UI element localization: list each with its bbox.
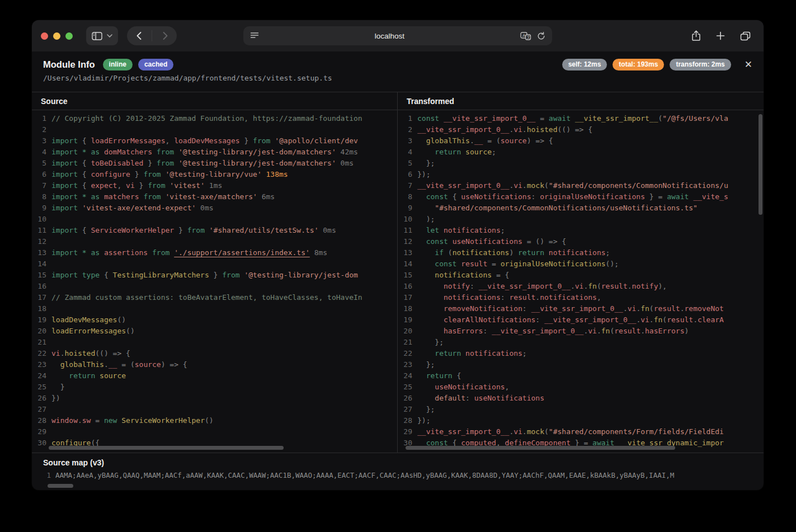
page-title: Module Info [43, 59, 95, 70]
sidebar-icon [92, 32, 102, 40]
code-line: 19 clearAllNotifications: __vite_ssr_imp… [398, 314, 764, 326]
cached-badge: cached [138, 59, 173, 70]
code-line: 18 [32, 303, 397, 314]
total-time-badge: total: 193ms [613, 59, 664, 70]
code-line: 22 return notifications; [398, 348, 764, 359]
toolbar-right-buttons [686, 26, 755, 45]
code-line: 26 default: useNotifications [398, 393, 764, 404]
code-panes: Source 1// Copyright (C) 2012-2025 Zamma… [32, 92, 764, 453]
code-line: 8import * as matchers from 'vitest-axe/m… [32, 191, 397, 203]
share-icon [691, 30, 701, 41]
code-line: 4import * as domMatchers from '@testing-… [32, 147, 397, 158]
code-line: 29__vite_ssr_import_0__.vi.mock("#shared… [398, 426, 764, 437]
code-line: 7__vite_ssr_import_0__.vi.mock("#shared/… [398, 180, 764, 191]
traffic-lights [41, 32, 73, 40]
code-line: 20 hasErrors: __vite_ssr_import_0__.vi.f… [398, 326, 764, 337]
sourcemap-section: Source map (v3) 1AAMA;AAeA,yBAAG,QAAQ,MA… [32, 453, 764, 489]
code-line: 17// Zammad custom assertions: toBeAvata… [32, 292, 397, 303]
forward-icon [163, 32, 168, 40]
navigation-buttons [127, 26, 177, 45]
code-line: 23 globalThis.__ = (source) => { [32, 359, 397, 370]
code-line: 25 } [32, 382, 397, 393]
code-line: 16 notify: __vite_ssr_import_0__.vi.fn(r… [398, 281, 764, 292]
share-button[interactable] [686, 26, 705, 45]
code-line: 25 useNotifications, [398, 382, 764, 393]
browser-toolbar: localhost A 文 [32, 20, 764, 51]
code-line: 12 const useNotifications = () => { [398, 236, 764, 247]
code-line: 6}); [398, 169, 764, 180]
code-line: 21 }; [398, 337, 764, 348]
transformed-vertical-scrollbar[interactable] [759, 114, 762, 215]
forward-button[interactable] [157, 27, 173, 44]
code-line: 16 [32, 281, 397, 292]
tab-overview-icon [740, 31, 751, 41]
code-line: 24 return { [398, 370, 764, 382]
address-bar[interactable]: localhost A 文 [243, 26, 552, 45]
code-line: 10 [32, 214, 397, 225]
code-line: 23 }; [398, 359, 764, 370]
code-line: 17 notifications: result.notifications, [398, 292, 764, 303]
code-line: 21 [32, 337, 397, 348]
new-tab-icon [716, 31, 725, 40]
chevron-down-icon [107, 34, 112, 37]
transformed-horizontal-scrollbar[interactable] [406, 446, 675, 450]
code-line: 27 }; [398, 404, 764, 415]
sourcemap-mappings: AAMA;AAeA,yBAAG,QAAQ,MAAM;AACf,aAAW,KAAK… [55, 471, 674, 479]
code-line: 11 let notifications; [398, 225, 764, 236]
self-time-badge: self: 12ms [562, 59, 607, 70]
tab-overview-button[interactable] [736, 26, 755, 45]
code-line: 2__vite_ssr_import_0__.vi.hoisted(() => … [398, 124, 764, 135]
browser-window: localhost A 文 [32, 20, 764, 490]
module-path: /Users/vladimir/Projects/zammad/app/fron… [43, 74, 752, 82]
transformed-pane-title: Transformed [398, 92, 764, 110]
code-line: 2 [32, 124, 397, 135]
sidebar-toggle-button[interactable] [86, 26, 118, 45]
code-line: 10 ); [398, 214, 764, 225]
code-line: 28window.sw = new ServiceWorkerHelper() [32, 415, 397, 426]
module-info-header: Module Info inline cached self: 12ms tot… [32, 51, 764, 92]
code-line: 29 [32, 426, 397, 437]
code-line: 9import 'vitest-axe/extend-expect' 0ms [32, 203, 397, 214]
sourcemap-horizontal-scrollbar[interactable] [48, 484, 73, 488]
transformed-pane: Transformed 1const __vite_ssr_import_0__… [398, 92, 764, 453]
translate-icon[interactable]: A 文 [520, 32, 531, 40]
source-code: 1// Copyright (C) 2012-2025 Zammad Found… [32, 110, 397, 449]
code-line: 18 removeNotification: __vite_ssr_import… [398, 303, 764, 314]
zoom-window-button[interactable] [65, 32, 73, 40]
code-line: 13import * as assertions from './support… [32, 247, 397, 258]
new-tab-button[interactable] [711, 26, 730, 45]
code-line: 5import { toBeDisabled } from '@testing-… [32, 158, 397, 169]
transformed-code: 1const __vite_ssr_import_0__ = await __v… [398, 110, 764, 449]
sourcemap-line-number: 1 [43, 471, 55, 479]
code-line: 24 return source [32, 370, 397, 382]
code-line: 14 const result = originalUseNotificatio… [398, 258, 764, 270]
code-line: 27 [32, 404, 397, 415]
code-line: 15 notifications = { [398, 270, 764, 281]
code-line: 26}) [32, 393, 397, 404]
code-line: 28}); [398, 415, 764, 426]
close-button[interactable]: ✕ [745, 60, 752, 69]
page-menu-icon[interactable] [250, 32, 259, 40]
reload-icon[interactable] [537, 32, 545, 40]
code-line: 19loadDevMessages() [32, 314, 397, 326]
close-window-button[interactable] [41, 32, 48, 40]
inline-badge: inline [103, 59, 133, 70]
url-text: localhost [259, 32, 520, 40]
nav-divider [152, 30, 152, 41]
code-line: 11import { ServiceWorkerHelper } from '#… [32, 225, 397, 236]
code-line: 22vi.hoisted(() => { [32, 348, 397, 359]
code-line: 13 if (notifications) return notificatio… [398, 247, 764, 258]
code-line: 3 globalThis.__ = (source) => { [398, 135, 764, 147]
code-line: 20loadErrorMessages() [32, 326, 397, 337]
source-horizontal-scrollbar[interactable] [49, 446, 284, 450]
code-line: 6import { configure } from '@testing-lib… [32, 169, 397, 180]
code-line: 1const __vite_ssr_import_0__ = await __v… [398, 113, 764, 124]
code-line: 9 "#shared/components/CommonNotification… [398, 203, 764, 214]
minimize-window-button[interactable] [53, 32, 60, 40]
svg-text:文: 文 [527, 35, 531, 39]
code-line: 8 const { useNotifications: originalUseN… [398, 191, 764, 203]
code-line: 1// Copyright (C) 2012-2025 Zammad Found… [32, 113, 397, 124]
code-line: 4 return source; [398, 147, 764, 158]
code-line: 15import type { TestingLibraryMatchers }… [32, 270, 397, 281]
back-button[interactable] [130, 27, 147, 44]
